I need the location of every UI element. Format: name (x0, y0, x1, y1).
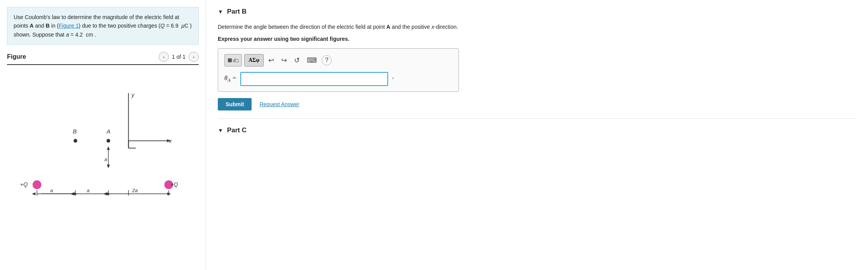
right-panel: ▼ Part B Determine the angle between the… (206, 0, 868, 270)
figure-svg: y x A B a +Q +Q (11, 71, 195, 196)
input-row: θA = ° (224, 72, 452, 86)
part-b-section: ▼ Part B Determine the angle between the… (218, 0, 856, 119)
action-row: Submit Request Answer (218, 98, 856, 110)
svg-text:A: A (106, 128, 110, 135)
figure-header: Figure ‹ 1 of 1 › (7, 52, 199, 65)
svg-text:+Q: +Q (20, 182, 28, 188)
keyboard-button[interactable]: ⌨ (304, 54, 319, 67)
part-b-chevron[interactable]: ▼ (218, 9, 223, 15)
part-c-header: ▼ Part C (218, 126, 856, 134)
part-b-instruction: Express your answer using two significan… (218, 36, 856, 42)
svg-text:y: y (131, 91, 135, 98)
left-panel: Use Coulomb's law to determine the magni… (0, 0, 206, 270)
figure-diagram: y x A B a +Q +Q (7, 67, 199, 200)
svg-marker-27 (32, 193, 35, 196)
figure-navigation: ‹ 1 of 1 › (159, 52, 199, 62)
figure-link[interactable]: Figure 1 (59, 23, 79, 29)
svg-point-15 (33, 181, 42, 189)
svg-marker-13 (107, 146, 110, 150)
part-b-title: Part B (227, 8, 247, 16)
part-b-header: ▼ Part B (218, 8, 856, 16)
undo-button[interactable]: ↩ (266, 54, 276, 67)
answer-input[interactable] (240, 72, 388, 86)
answer-box: √□ AΣφ ↩ ↪ ↺ ⌨ ? θA = (218, 48, 459, 92)
svg-text:B: B (73, 128, 77, 135)
part-c-title: Part C (227, 126, 247, 134)
figure-title: Figure (7, 53, 26, 60)
svg-text:x: x (168, 137, 172, 144)
redo-button[interactable]: ↪ (279, 54, 289, 67)
part-c-section: ▼ Part C (218, 119, 856, 149)
greek-button[interactable]: AΣφ (244, 54, 264, 67)
figure-next-button[interactable]: › (189, 52, 199, 62)
part-b-description: Determine the angle between the directio… (218, 23, 856, 31)
theta-label: θA = (224, 75, 236, 83)
svg-point-9 (74, 139, 77, 142)
svg-text:a: a (87, 188, 89, 193)
svg-marker-36 (167, 193, 171, 196)
submit-button[interactable]: Submit (218, 98, 252, 110)
request-answer-link[interactable]: Request Answer (259, 101, 299, 107)
help-button[interactable]: ? (322, 55, 332, 65)
matrix-sqrt-button[interactable]: √□ (224, 54, 242, 67)
svg-text:+Q: +Q (171, 182, 178, 188)
svg-text:2a: 2a (132, 188, 138, 193)
svg-text:a: a (104, 156, 107, 162)
problem-text: Use Coulomb's law to determine the magni… (14, 14, 192, 38)
figure-counter: 1 of 1 (172, 54, 186, 60)
svg-marker-12 (107, 165, 110, 168)
part-c-chevron[interactable]: ▼ (218, 127, 223, 133)
svg-marker-35 (103, 193, 107, 196)
problem-statement: Use Coulomb's law to determine the magni… (7, 7, 199, 45)
svg-point-7 (107, 139, 110, 142)
toolbar: √□ AΣφ ↩ ↪ ↺ ⌨ ? (224, 54, 452, 67)
unit-label: ° (392, 76, 394, 82)
figure-prev-button[interactable]: ‹ (159, 52, 169, 62)
svg-text:a: a (50, 188, 53, 193)
reset-button[interactable]: ↺ (292, 54, 302, 67)
svg-marker-31 (70, 193, 74, 196)
